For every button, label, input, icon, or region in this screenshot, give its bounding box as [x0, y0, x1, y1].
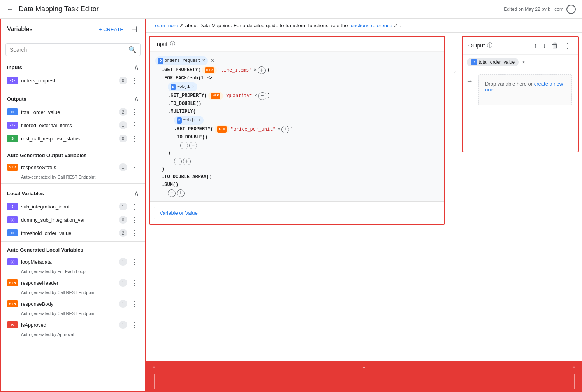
bottom-arrow-up-icon-2: ↑ [362, 364, 366, 372]
list-item[interactable]: {J} sub_integration_input 1 ⋮ [1, 200, 145, 213]
orders-request-chip[interactable]: D orders_request ✕ [155, 56, 208, 65]
learn-more-link[interactable]: Learn more [152, 23, 178, 28]
str-close-icon-2[interactable]: ✕ [254, 92, 257, 100]
type-badge-j: {J} [7, 216, 18, 223]
chip-close-icon[interactable]: ✕ [202, 57, 205, 65]
input-panel-body: D orders_request ✕ ✕ .GET_PROPERTY( STR [150, 52, 444, 201]
obj1-close-icon[interactable]: ✕ [192, 83, 194, 91]
sum-keyword: .SUM() [162, 181, 178, 189]
obj1-inner-close-icon[interactable]: ✕ [198, 117, 200, 124]
multiply-close-paren: ) [168, 150, 171, 157]
search-icon: 🔍 [128, 46, 136, 53]
var-count: 1 [119, 258, 127, 266]
add-outer-button[interactable]: + [183, 158, 191, 165]
more-vert-icon[interactable]: ⋮ [130, 278, 139, 287]
add-inner-button[interactable]: + [189, 142, 197, 149]
type-badge-j: {J} [7, 122, 18, 129]
local-variables-header[interactable]: Local Variables ∧ [1, 185, 145, 200]
more-vert-icon[interactable]: ⋮ [130, 299, 139, 308]
more-vert-icon[interactable]: ⋮ [130, 134, 139, 143]
delete-icon[interactable]: 🗑 [550, 41, 560, 51]
obj1-chip-2[interactable]: D ~obj1 ✕ [174, 116, 204, 125]
var-subtitle: Auto-generated by Call REST Endpoint [7, 311, 95, 316]
more-vert-icon[interactable]: ⋮ [130, 215, 139, 224]
more-vert-icon[interactable]: ⋮ [130, 163, 139, 172]
input-info-icon[interactable]: ⓘ [170, 40, 175, 47]
list-item[interactable]: {J} dummy_sub_integration_var 0 ⋮ [1, 213, 145, 226]
bottom-indicator-3: ↑ [572, 364, 576, 389]
bottom-indicator-2: ↑ [362, 364, 366, 389]
list-item[interactable]: {J} loopMetadata 1 ⋮ Auto-generated by F… [1, 255, 145, 276]
list-item[interactable]: STR responseBody 1 ⋮ Auto-generated by C… [1, 297, 145, 318]
list-item[interactable]: {J} filtered_external_items 1 ⋮ [1, 119, 145, 132]
search-input[interactable] [10, 47, 125, 53]
output-var-close-icon[interactable]: ✕ [522, 60, 526, 65]
more-vert-icon[interactable]: ⋮ [130, 76, 139, 85]
str-chip-3[interactable]: STR [215, 125, 229, 133]
str-chip-2[interactable]: STR [208, 92, 223, 100]
root-close-icon[interactable]: ✕ [211, 56, 215, 66]
bottom-arrow-up-icon-3: ↑ [572, 364, 576, 372]
add-param-button-1[interactable]: + [258, 66, 266, 74]
more-vert-icon[interactable]: ⋮ [563, 40, 573, 51]
expr-line-bottom-controls: − + [155, 189, 439, 197]
functions-reference-link[interactable]: functions reference [349, 23, 392, 28]
close-paren-2: ) [267, 92, 270, 100]
collapse-sidebar-icon[interactable]: ⊣ [130, 23, 139, 35]
variable-or-value-button[interactable]: Variable or Value [154, 206, 440, 219]
str-chip-1[interactable]: STR [202, 66, 217, 74]
list-item[interactable]: D threshold_order_value 2 ⋮ [1, 226, 145, 240]
remove-outer-button[interactable]: − [174, 158, 182, 165]
var-name: loopMetadata [21, 259, 116, 265]
list-item[interactable]: D total_order_value 2 ⋮ [1, 105, 145, 119]
output-var-row: D total_order_value ✕ [463, 55, 578, 70]
move-up-icon[interactable]: ↑ [532, 41, 539, 51]
add-param-button-2[interactable]: + [258, 92, 266, 100]
inputs-section-header[interactable]: Inputs ∧ [1, 59, 145, 74]
remove-inner-button[interactable]: − [180, 142, 188, 149]
var-count: 1 [119, 279, 127, 287]
outputs-section-header[interactable]: Outputs ∧ [1, 91, 145, 105]
list-item[interactable]: {J} orders_request 0 ⋮ [1, 74, 145, 87]
info-bar: Learn more ↗ about Data Mapping. For a d… [146, 19, 582, 33]
list-item[interactable]: STR responseHeader 1 ⋮ Auto-generated by… [1, 276, 145, 297]
list-item[interactable]: S rest_call_response_status 0 ⋮ [1, 132, 145, 145]
add-param-button-3[interactable]: + [281, 126, 289, 133]
more-vert-icon[interactable]: ⋮ [130, 320, 139, 329]
list-item[interactable]: STR responseStatus 1 ⋮ Auto-generated by… [1, 161, 145, 182]
str-close-icon-3[interactable]: ✕ [278, 126, 280, 133]
more-vert-icon[interactable]: ⋮ [130, 257, 139, 266]
more-vert-icon[interactable]: ⋮ [130, 121, 139, 130]
drop-zone[interactable]: Drop variable here or create a new one [478, 74, 572, 105]
input-panel: Input ⓘ D orders_request ✕ ✕ [149, 36, 445, 225]
more-vert-icon[interactable]: ⋮ [130, 108, 139, 116]
output-info-icon[interactable]: ⓘ [487, 42, 492, 49]
editor-area: Input ⓘ D orders_request ✕ ✕ [146, 33, 582, 361]
edited-text: Edited on May 22 by k [504, 7, 550, 12]
move-down-icon[interactable]: ↓ [541, 41, 548, 51]
more-vert-icon[interactable]: ⋮ [130, 229, 139, 237]
expr-line-inner-controls: − + [155, 142, 439, 149]
add-bottom-button[interactable]: + [177, 189, 185, 197]
expr-line-sum: .SUM() [155, 181, 439, 189]
info-icon[interactable]: i [566, 5, 576, 14]
expr-line-to-double-array: .TO_DOUBLE_ARRAY() [155, 173, 439, 181]
bottom-arrow-up-icon-1: ↑ [152, 364, 156, 372]
str-close-icon-1[interactable]: ✕ [254, 66, 257, 74]
expr-line-to-double-1: .TO_DOUBLE() [155, 100, 439, 108]
list-item[interactable]: B isApproved 1 ⋮ Auto-generated by Appro… [1, 318, 145, 339]
get-property-keyword-3: .GET_PROPERTY( [174, 126, 213, 133]
close-paren-1: ) [267, 66, 269, 74]
sidebar-content: Inputs ∧ {J} orders_request 0 ⋮ Outputs … [1, 59, 145, 391]
obj1-chip-1[interactable]: D ~obj1 ✕ [168, 82, 197, 91]
create-button[interactable]: + CREATE [96, 25, 127, 34]
output-panel-header: Output ⓘ ↑ ↓ 🗑 ⋮ [463, 37, 578, 55]
more-vert-icon[interactable]: ⋮ [130, 202, 139, 211]
chip-type-str-3: STR [217, 126, 227, 132]
output-var-chip[interactable]: D total_order_value [467, 58, 519, 66]
remove-bottom-button[interactable]: − [168, 189, 176, 197]
back-button[interactable]: → [6, 5, 14, 14]
info-text-4: . [399, 23, 401, 28]
expr-line-get-property-2: .GET_PROPERTY( STR "quantity" ✕ + ) [155, 92, 439, 100]
topbar-right: Edited on May 22 by k .com i [504, 5, 576, 14]
